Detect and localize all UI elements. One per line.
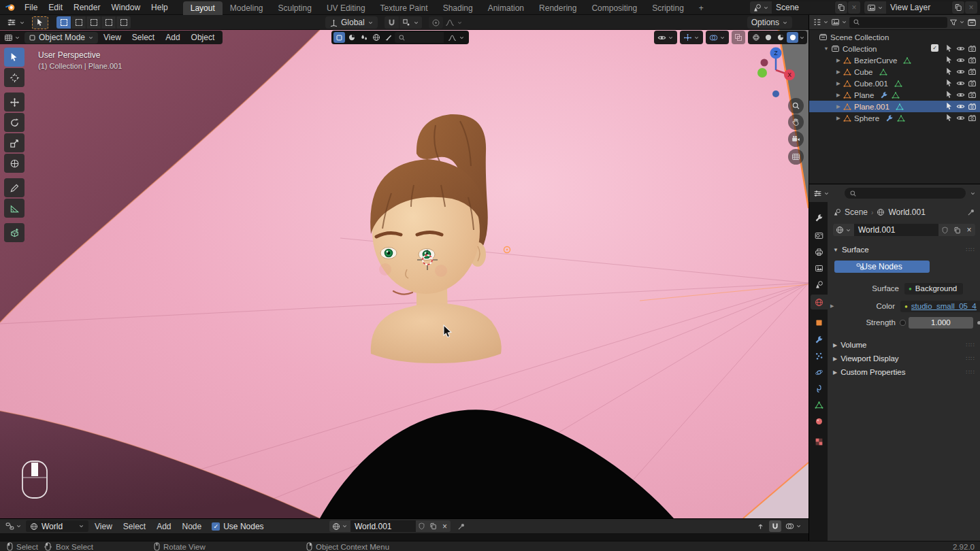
tool-move[interactable] (4, 93, 24, 112)
tab-tool[interactable] (811, 210, 828, 225)
tab-texture[interactable] (811, 434, 828, 449)
use-nodes-checkbox[interactable]: ✓ Use Nodes (212, 522, 263, 531)
scene-browse-button[interactable] (750, 1, 772, 14)
outliner-search-input[interactable] (849, 17, 947, 28)
gizmo-axis-neg-y[interactable] (761, 59, 768, 67)
disclosure-icon[interactable]: ▶ (835, 69, 842, 75)
camera-icon[interactable] (968, 56, 977, 65)
tab-scripting[interactable]: Scripting (644, 1, 691, 15)
camera-icon[interactable] (968, 114, 977, 122)
tool-settings-editor-button[interactable] (3, 16, 29, 29)
tool-scale[interactable] (4, 133, 24, 152)
camera-view-button[interactable] (788, 131, 804, 147)
selectable-icon[interactable] (945, 56, 953, 64)
node-snap-toggle[interactable] (769, 520, 781, 532)
fake-user-button[interactable] (416, 520, 427, 532)
tab-view-layer[interactable] (811, 261, 828, 276)
surface-value-dropdown[interactable]: ● Background (904, 283, 963, 295)
properties-search-input[interactable] (845, 188, 966, 199)
drag-handle-icon[interactable]: ∷∷ (966, 369, 975, 375)
shader-menu-select[interactable]: Select (118, 522, 150, 531)
view-layer-delete-button[interactable]: × (965, 1, 977, 14)
selectable-icon[interactable] (945, 90, 953, 99)
drag-handle-icon[interactable]: ∷∷ (966, 355, 975, 362)
tab-material[interactable] (811, 414, 828, 429)
expand-icon[interactable]: ▶ (830, 303, 834, 309)
disclosure-icon[interactable]: ▼ (823, 46, 830, 52)
slot-paint-button[interactable] (358, 32, 370, 43)
proportional-edit-toggle[interactable] (429, 16, 443, 29)
tab-texture-paint[interactable]: Texture Paint (373, 1, 436, 15)
fake-user-button[interactable] (938, 224, 951, 236)
tool-rotate[interactable] (4, 113, 24, 132)
unlink-button[interactable]: × (439, 520, 451, 532)
tab-compositing[interactable]: Compositing (584, 1, 644, 15)
transform-orientation-dropdown[interactable]: Global (325, 16, 378, 29)
tool-add-cube[interactable] (4, 223, 24, 242)
tool-select-box[interactable] (4, 48, 24, 67)
falloff-curve-icon[interactable] (445, 18, 455, 27)
shading-rendered-button[interactable] (787, 32, 798, 43)
slot-solid-button[interactable] (333, 32, 345, 43)
selectable-icon[interactable] (945, 79, 953, 87)
tab-rendering[interactable]: Rendering (532, 1, 584, 15)
selectable-icon[interactable] (945, 44, 953, 52)
tab-world[interactable] (811, 295, 828, 310)
outliner-row-plane[interactable]: ▶ Plane (809, 89, 980, 101)
tab-render[interactable] (811, 228, 828, 243)
outliner-row-scene-collection[interactable]: Scene Collection (809, 31, 980, 43)
parent-node-icon[interactable] (756, 522, 765, 531)
color-value-link[interactable]: ● studio_small_05_4k... (900, 301, 980, 312)
camera-icon[interactable] (968, 44, 977, 53)
outliner-row-sphere[interactable]: ▶ Sphere (809, 112, 980, 124)
shader-type-dropdown[interactable]: World (26, 520, 88, 532)
world-browse-button[interactable] (833, 224, 854, 236)
disclosure-icon[interactable]: ▶ (835, 103, 842, 110)
world-name-field[interactable]: World.001 (854, 224, 938, 236)
viewport-menu-object[interactable]: Object (186, 33, 220, 42)
pin-icon[interactable] (457, 522, 466, 531)
disclosure-icon[interactable]: ▶ (835, 57, 842, 63)
drag-handle-icon[interactable]: ∷∷ (966, 341, 975, 348)
slot-world-button[interactable] (370, 32, 382, 43)
tool-measure[interactable] (4, 199, 24, 218)
tab-uv-editing[interactable]: UV Editing (319, 1, 373, 15)
menu-render[interactable]: Render (68, 0, 105, 15)
tab-object[interactable] (811, 315, 828, 330)
chevron-down-icon[interactable] (970, 190, 976, 197)
gizmo-axis-neg-z[interactable] (772, 90, 779, 97)
eye-icon[interactable] (956, 79, 965, 88)
xray-toggle[interactable] (732, 31, 745, 44)
blender-logo-icon[interactable] (5, 2, 16, 12)
camera-icon[interactable] (968, 67, 977, 76)
tab-constraints[interactable] (811, 381, 828, 396)
shader-world-browse-button[interactable] (329, 520, 350, 532)
tab-particles[interactable] (811, 348, 828, 363)
camera-icon[interactable] (968, 79, 977, 88)
eye-icon[interactable] (956, 102, 965, 111)
properties-editor-type-button[interactable] (813, 189, 830, 198)
tab-shading[interactable]: Shading (436, 1, 480, 15)
selectable-icon[interactable] (945, 114, 953, 122)
eye-icon[interactable] (956, 56, 965, 65)
select-mode-subtract[interactable] (86, 16, 101, 29)
node-overlay-dropdown[interactable] (785, 522, 802, 531)
curve-widget-dropdown[interactable] (444, 31, 469, 44)
tab-output[interactable] (811, 244, 828, 259)
animate-dot-icon[interactable] (977, 321, 980, 324)
use-nodes-button[interactable]: Use Nodes (834, 261, 930, 273)
zoom-view-button[interactable] (788, 98, 804, 114)
active-tool-button[interactable] (32, 16, 48, 29)
navigation-gizmo[interactable]: Z X (750, 45, 802, 103)
menu-edit[interactable]: Edit (43, 0, 68, 15)
shader-menu-view[interactable]: View (90, 522, 117, 531)
surface-panel-header[interactable]: ▼ Surface ∷∷ (828, 243, 980, 256)
tab-animation[interactable]: Animation (480, 1, 532, 15)
tab-sculpting[interactable]: Sculpting (271, 1, 319, 15)
outliner-filter-dropdown[interactable] (949, 18, 965, 27)
selectable-icon[interactable] (945, 67, 953, 76)
gizmos-dropdown[interactable] (680, 31, 703, 44)
new-collection-button[interactable] (967, 18, 977, 27)
strength-slider[interactable]: 1.000 (909, 317, 974, 329)
menu-window[interactable]: Window (105, 0, 146, 15)
